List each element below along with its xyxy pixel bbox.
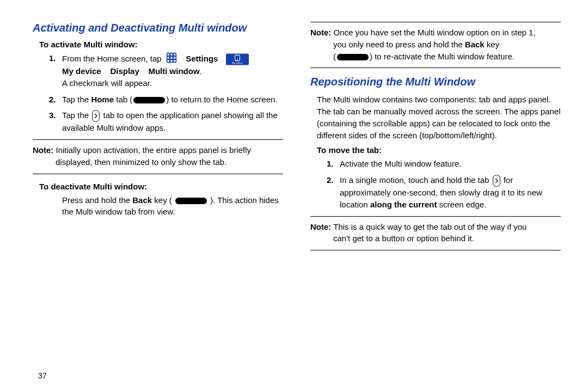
sub-deactivate: To deactivate Multi window: bbox=[39, 182, 283, 191]
step-3: Tap the tab to open the application pane… bbox=[52, 109, 283, 134]
note-initial-activation: Note: Initially upon activation, the ent… bbox=[33, 139, 283, 174]
note2-label: Note: bbox=[310, 28, 331, 37]
sub-move-tab: To move the tab: bbox=[317, 145, 561, 155]
home-key-icon bbox=[133, 97, 165, 103]
move-step-1: Activate the Multi window feature. bbox=[330, 158, 561, 170]
note2-line2: you only need to press and hold the Back… bbox=[310, 39, 561, 51]
step1-after: A checkmark will appear. bbox=[62, 78, 152, 88]
activate-steps: From the Home screen, tap Settings My de… bbox=[33, 52, 283, 134]
note3-b: can't get to a button or option behind i… bbox=[310, 232, 561, 244]
note2-e: ) to re-activate the Multi window featur… bbox=[370, 52, 514, 61]
m2-a: In a single motion, touch and hold the t… bbox=[340, 175, 492, 185]
back-label: Back bbox=[132, 195, 152, 205]
note3-a: This is a quick way to get the tab out o… bbox=[331, 222, 526, 231]
my-device-icon bbox=[226, 53, 249, 65]
step2-c: ) to return to the Home screen. bbox=[166, 95, 277, 104]
reposition-intro: The Multi window contains two components… bbox=[317, 94, 561, 141]
page-number: 37 bbox=[38, 371, 47, 380]
section-heading-activating: Activating and Deactivating Multi window bbox=[33, 22, 283, 34]
note1-b: displayed, then minimized to only show t… bbox=[33, 156, 283, 168]
note-reactivate: Note: Once you have set the Multi window… bbox=[310, 22, 561, 68]
tab-handle-icon-2 bbox=[493, 175, 500, 187]
m2-c: screen edge. bbox=[437, 200, 486, 209]
back-key-icon bbox=[175, 198, 207, 204]
m1: Activate the Multi window feature. bbox=[340, 159, 461, 168]
step1-text-a: From the Home screen, tap bbox=[62, 54, 162, 63]
note3-label: Note: bbox=[310, 222, 331, 231]
deact-b: key ( bbox=[152, 195, 174, 205]
right-column: Note: Once you have set the Multi window… bbox=[310, 22, 561, 381]
step-2: Tap the Home tab () to return to the Hom… bbox=[52, 94, 283, 106]
move-steps: Activate the Multi window feature. In a … bbox=[310, 158, 561, 210]
step2-a: Tap the bbox=[62, 95, 91, 104]
note2-d: ( bbox=[333, 52, 336, 61]
tab-handle-icon bbox=[92, 110, 100, 122]
home-label: Home bbox=[91, 95, 114, 104]
deact-a: Press and hold the bbox=[62, 195, 132, 205]
note2-line3: () to re-activate the Multi window featu… bbox=[310, 51, 561, 63]
back-key-icon-2 bbox=[337, 54, 369, 60]
manual-page: Activating and Deactivating Multi window… bbox=[0, 0, 588, 392]
note2-c: key bbox=[485, 40, 500, 49]
note-label: Note: bbox=[33, 145, 53, 155]
display-label: Display bbox=[110, 66, 139, 76]
my-device-label: My device bbox=[62, 66, 101, 76]
note1-a: Initially upon activation, the entire ap… bbox=[53, 145, 251, 155]
multi-window-label: Multi window bbox=[148, 66, 199, 76]
deactivate-text: Press and hold the Back key ( ). This ac… bbox=[33, 194, 283, 218]
sub-activate: To activate Multi window: bbox=[39, 40, 283, 49]
step-1: From the Home screen, tap Settings My de… bbox=[52, 52, 283, 89]
step2-b: tab ( bbox=[114, 95, 132, 104]
apps-grid-icon bbox=[166, 52, 177, 63]
back-label-2: Back bbox=[465, 40, 485, 49]
step3-a: Tap the bbox=[62, 111, 91, 120]
note-quick-way: Note: This is a quick way to get the tab… bbox=[310, 216, 561, 251]
left-column: Activating and Deactivating Multi window… bbox=[33, 22, 283, 381]
move-step-2: In a single motion, touch and hold the t… bbox=[330, 174, 561, 211]
note2-a: Once you have set the Multi window optio… bbox=[331, 28, 535, 37]
m2-bold: along the current bbox=[370, 200, 437, 209]
section-heading-repositioning: Repositioning the Multi Window bbox=[310, 76, 561, 88]
note2-b: you only need to press and hold the bbox=[333, 40, 465, 49]
settings-label: Settings bbox=[186, 54, 218, 63]
step1-dot: . bbox=[200, 66, 202, 76]
